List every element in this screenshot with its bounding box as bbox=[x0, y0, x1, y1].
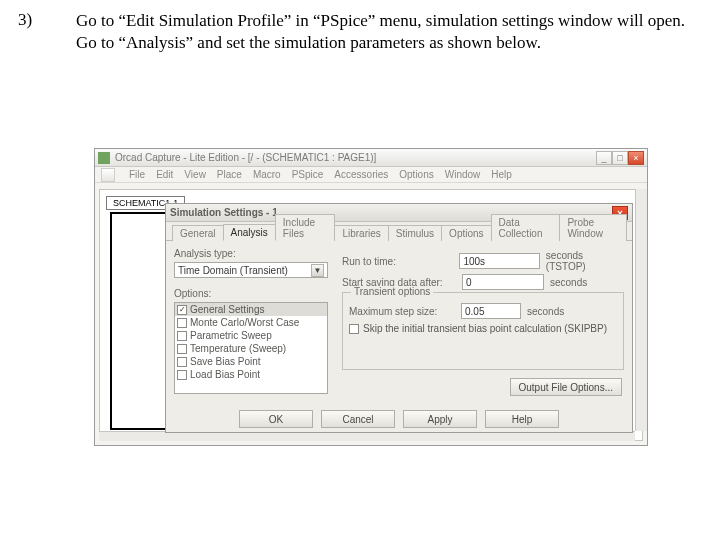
option-parametric-sweep[interactable]: Parametric Sweep bbox=[175, 329, 327, 342]
start-saving-unit: seconds bbox=[550, 277, 587, 288]
menu-item[interactable]: File bbox=[129, 169, 145, 180]
tab-options[interactable]: Options bbox=[441, 225, 491, 241]
checkbox-icon[interactable] bbox=[177, 331, 187, 341]
menu-item[interactable]: Help bbox=[491, 169, 512, 180]
checkbox-icon[interactable] bbox=[177, 357, 187, 367]
chevron-down-icon: ▼ bbox=[311, 264, 324, 277]
simulation-settings-dialog: Simulation Settings - 1 × General Analys… bbox=[165, 203, 633, 433]
app-window: Orcad Capture - Lite Edition - [/ - (SCH… bbox=[94, 148, 648, 446]
option-general-settings[interactable]: ✓General Settings bbox=[175, 303, 327, 316]
tab-stimulus[interactable]: Stimulus bbox=[388, 225, 442, 241]
checkbox-icon[interactable] bbox=[177, 344, 187, 354]
tab-include-files[interactable]: Include Files bbox=[275, 214, 336, 241]
output-file-options-button[interactable]: Output File Options... bbox=[510, 378, 623, 396]
tab-data-collection[interactable]: Data Collection bbox=[491, 214, 561, 241]
app-icon bbox=[98, 152, 110, 164]
analysis-type-value: Time Domain (Transient) bbox=[178, 265, 288, 276]
help-button[interactable]: Help bbox=[485, 410, 559, 428]
checkbox-icon[interactable]: ✓ bbox=[177, 305, 187, 315]
max-step-input[interactable]: 0.05 bbox=[461, 303, 521, 319]
vertical-toolbar bbox=[635, 189, 647, 431]
tab-general[interactable]: General bbox=[172, 225, 224, 241]
menu-item[interactable]: Place bbox=[217, 169, 242, 180]
max-step-unit: seconds bbox=[527, 306, 564, 317]
option-label: Temperature (Sweep) bbox=[190, 343, 286, 354]
option-label: Parametric Sweep bbox=[190, 330, 272, 341]
analysis-type-label: Analysis type: bbox=[174, 248, 236, 259]
menu-item[interactable]: Window bbox=[445, 169, 481, 180]
maximize-button[interactable]: □ bbox=[612, 151, 628, 165]
option-label: Load Bias Point bbox=[190, 369, 260, 380]
option-monte-carlo[interactable]: Monte Carlo/Worst Case bbox=[175, 316, 327, 329]
checkbox-icon[interactable] bbox=[177, 370, 187, 380]
start-saving-input[interactable]: 0 bbox=[462, 274, 544, 290]
transient-legend: Transient options bbox=[351, 286, 433, 297]
analysis-type-combo[interactable]: Time Domain (Transient) ▼ bbox=[174, 262, 328, 278]
menu-item[interactable]: PSpice bbox=[292, 169, 324, 180]
run-to-input[interactable]: 100s bbox=[459, 253, 539, 269]
tab-libraries[interactable]: Libraries bbox=[334, 225, 388, 241]
doc-icon bbox=[101, 168, 115, 182]
skip-bias-checkbox[interactable] bbox=[349, 324, 359, 334]
menu-item[interactable]: Accessories bbox=[334, 169, 388, 180]
options-label: Options: bbox=[174, 288, 211, 299]
menu-item[interactable]: Edit bbox=[156, 169, 173, 180]
option-load-bias[interactable]: Load Bias Point bbox=[175, 368, 327, 381]
cancel-button[interactable]: Cancel bbox=[321, 410, 395, 428]
menu-item[interactable]: Options bbox=[399, 169, 433, 180]
max-step-label: Maximum step size: bbox=[349, 306, 461, 317]
option-label: Monte Carlo/Worst Case bbox=[190, 317, 299, 328]
option-label: General Settings bbox=[190, 304, 265, 315]
run-to-unit: seconds (TSTOP) bbox=[546, 250, 624, 272]
apply-button[interactable]: Apply bbox=[403, 410, 477, 428]
app-menubar: File Edit View Place Macro PSpice Access… bbox=[95, 167, 647, 183]
menu-item[interactable]: View bbox=[184, 169, 206, 180]
menu-item[interactable]: Macro bbox=[253, 169, 281, 180]
tab-probe-window[interactable]: Probe Window bbox=[559, 214, 627, 241]
step-text: Go to “Edit Simulation Profile” in “PSpi… bbox=[76, 10, 702, 54]
app-title-text: Orcad Capture - Lite Edition - [/ - (SCH… bbox=[115, 152, 376, 163]
transient-options-group: Transient options Maximum step size: 0.0… bbox=[342, 292, 624, 370]
close-button[interactable]: × bbox=[628, 151, 644, 165]
dialog-tabs: General Analysis Include Files Libraries… bbox=[166, 222, 632, 241]
app-titlebar: Orcad Capture - Lite Edition - [/ - (SCH… bbox=[95, 149, 647, 167]
checkbox-icon[interactable] bbox=[177, 318, 187, 328]
tab-analysis[interactable]: Analysis bbox=[223, 224, 276, 241]
run-to-label: Run to time: bbox=[342, 256, 459, 267]
options-list[interactable]: ✓General Settings Monte Carlo/Worst Case… bbox=[174, 302, 328, 394]
option-temperature-sweep[interactable]: Temperature (Sweep) bbox=[175, 342, 327, 355]
ok-button[interactable]: OK bbox=[239, 410, 313, 428]
option-label: Save Bias Point bbox=[190, 356, 261, 367]
minimize-button[interactable]: _ bbox=[596, 151, 612, 165]
option-save-bias[interactable]: Save Bias Point bbox=[175, 355, 327, 368]
step-number: 3) bbox=[18, 10, 76, 54]
dialog-title: Simulation Settings - 1 bbox=[170, 207, 278, 218]
skip-bias-label: Skip the initial transient bias point ca… bbox=[363, 323, 607, 334]
